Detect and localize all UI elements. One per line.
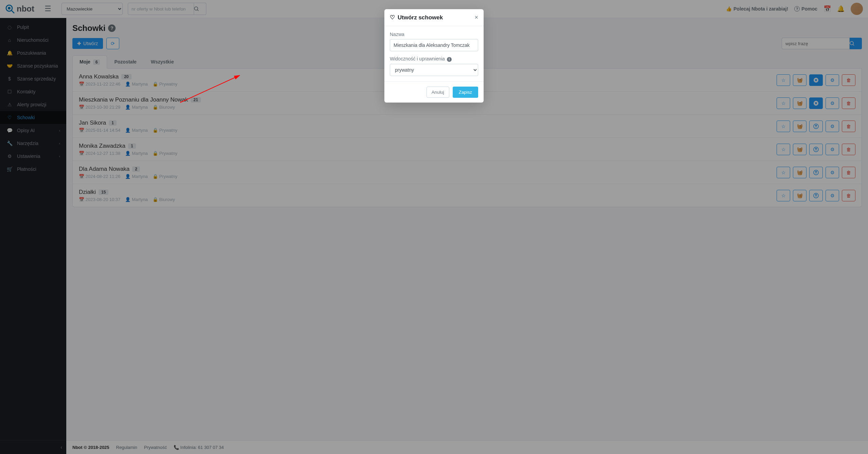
name-label: Nazwa [390, 32, 478, 37]
info-icon[interactable]: i [447, 57, 452, 62]
name-group: Nazwa [390, 32, 478, 51]
modal-close-button[interactable]: × [474, 14, 478, 21]
cancel-button[interactable]: Anuluj [427, 87, 449, 98]
visibility-label-text: Widoczność i uprawnienia [390, 56, 445, 61]
name-input[interactable] [390, 39, 478, 51]
modal-title-text: Utwórz schowek [398, 14, 443, 21]
create-modal: ♡ Utwórz schowek × Nazwa Widoczność i up… [384, 9, 484, 103]
modal-header: ♡ Utwórz schowek × [384, 9, 484, 26]
modal-title: ♡ Utwórz schowek [390, 14, 443, 21]
visibility-label: Widoczność i uprawnienia i [390, 56, 478, 62]
visibility-group: Widoczność i uprawnienia i prywatny [390, 56, 478, 76]
visibility-select[interactable]: prywatny [390, 64, 478, 76]
modal-body: Nazwa Widoczność i uprawnienia i prywatn… [384, 26, 484, 81]
heart-icon: ♡ [390, 14, 395, 21]
modal-footer: Anuluj Zapisz [384, 81, 484, 103]
save-button[interactable]: Zapisz [453, 87, 478, 98]
